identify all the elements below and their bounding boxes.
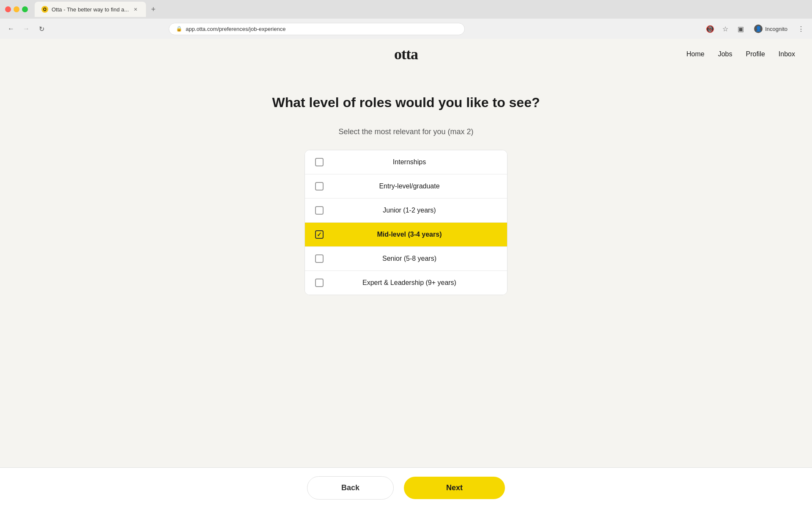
incognito-label: Incognito (765, 26, 787, 32)
bookmark-icon[interactable]: ☆ (719, 23, 731, 35)
option-label-mid-level: Mid-level (3-4 years) (322, 231, 497, 238)
new-tab-button[interactable]: + (148, 3, 159, 15)
back-button[interactable]: Back (307, 476, 394, 500)
option-label-internships: Internships (322, 158, 497, 166)
option-item-senior[interactable]: Senior (5-8 years) (305, 247, 507, 271)
option-label-entry-level: Entry-level/graduate (322, 182, 497, 190)
tab-bar: O Otta - The better way to find a... ✕ + (31, 2, 163, 17)
next-button[interactable]: Next (404, 477, 505, 499)
back-navigation-button[interactable]: ← (5, 23, 17, 35)
option-label-senior: Senior (5-8 years) (322, 255, 497, 262)
maximize-window-button[interactable] (22, 6, 28, 12)
checkmark-icon: ✓ (317, 231, 322, 238)
tab-favicon: O (41, 6, 48, 13)
reload-button[interactable]: ↻ (36, 23, 47, 35)
option-item-junior[interactable]: Junior (1-2 years) (305, 199, 507, 223)
option-label-junior: Junior (1-2 years) (322, 207, 497, 214)
tab-title: Otta - The better way to find a... (52, 6, 129, 13)
option-item-expert[interactable]: Expert & Leadership (9+ years) (305, 271, 507, 295)
sidebar-icon[interactable]: ▣ (735, 23, 746, 35)
app-header: otta Home Jobs Profile Inbox (0, 39, 812, 69)
option-item-mid-level[interactable]: ✓Mid-level (3-4 years) (305, 223, 507, 247)
browser-titlebar: O Otta - The better way to find a... ✕ + (0, 0, 812, 19)
footer: Back Next (0, 467, 812, 508)
minimize-window-button[interactable] (14, 6, 19, 12)
address-bar[interactable]: 🔒 app.otta.com/preferences/job-experienc… (169, 23, 465, 35)
nav-profile[interactable]: Profile (746, 50, 765, 58)
forward-navigation-button[interactable]: → (20, 23, 32, 35)
nav-home[interactable]: Home (686, 50, 705, 58)
address-url: app.otta.com/preferences/job-experience (186, 26, 285, 32)
more-options-icon[interactable]: ⋮ (795, 23, 807, 35)
subtitle: Select the most relevant for you (max 2) (338, 127, 473, 136)
app-container: otta Home Jobs Profile Inbox What level … (0, 39, 812, 508)
option-item-internships[interactable]: Internships (305, 150, 507, 174)
close-window-button[interactable] (5, 6, 11, 12)
tab-close-button[interactable]: ✕ (132, 6, 139, 13)
lock-icon: 🔒 (176, 26, 182, 32)
camera-off-icon[interactable]: 📵 (704, 23, 716, 35)
main-content: What level of roles would you like to se… (0, 69, 812, 508)
nav-jobs[interactable]: Jobs (718, 50, 732, 58)
nav-links: Home Jobs Profile Inbox (686, 50, 795, 58)
incognito-icon: 👤 (754, 25, 763, 33)
option-label-expert: Expert & Leadership (9+ years) (322, 279, 497, 287)
options-list: InternshipsEntry-level/graduateJunior (1… (304, 150, 508, 295)
incognito-button[interactable]: 👤 Incognito (750, 23, 792, 35)
browser-chrome: O Otta - The better way to find a... ✕ +… (0, 0, 812, 39)
nav-inbox[interactable]: Inbox (779, 50, 795, 58)
toolbar-actions: 📵 ☆ ▣ 👤 Incognito ⋮ (704, 23, 807, 35)
logo: otta (394, 45, 418, 63)
window-controls (5, 6, 28, 12)
browser-toolbar: ← → ↻ 🔒 app.otta.com/preferences/job-exp… (0, 19, 812, 39)
active-tab[interactable]: O Otta - The better way to find a... ✕ (35, 2, 146, 17)
option-item-entry-level[interactable]: Entry-level/graduate (305, 174, 507, 199)
page-title: What level of roles would you like to se… (272, 95, 540, 110)
